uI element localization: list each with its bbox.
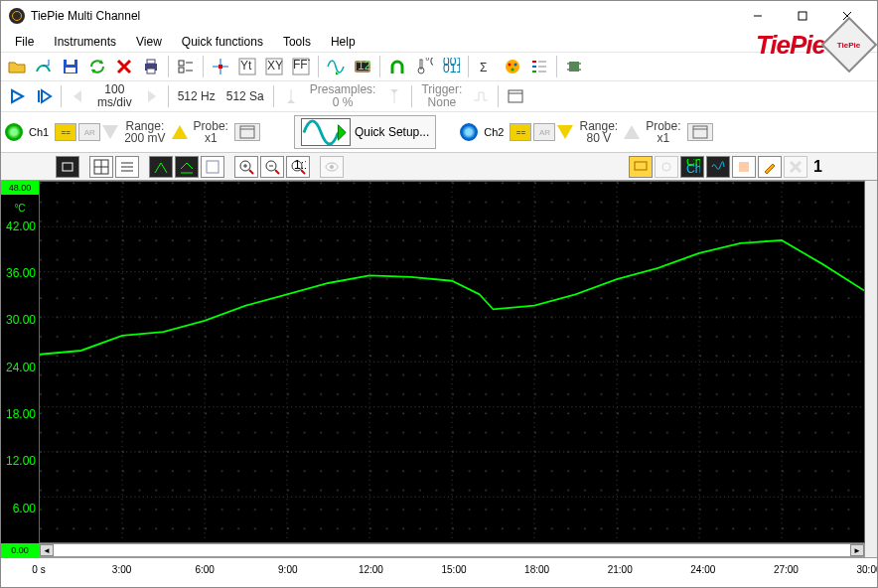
menu-tools[interactable]: Tools bbox=[275, 33, 319, 51]
meter-button[interactable]: 123 bbox=[351, 55, 374, 78]
color-button[interactable] bbox=[732, 156, 756, 178]
save-button[interactable] bbox=[59, 55, 82, 78]
presamples-display[interactable]: Presamples:0 % bbox=[306, 83, 380, 109]
cursor-button[interactable] bbox=[209, 55, 232, 78]
svg-rect-50 bbox=[509, 90, 522, 102]
comment-button[interactable] bbox=[629, 156, 653, 178]
trigger-display[interactable]: Trigger:None bbox=[417, 83, 466, 109]
edit-button[interactable] bbox=[758, 156, 782, 178]
graph-body: 48.00 °C 42.0036.0030.0024.0018.0012.006… bbox=[1, 181, 877, 557]
yt-graph-button[interactable]: Yt bbox=[235, 55, 259, 78]
ch2-range-down-button[interactable] bbox=[557, 125, 573, 139]
menu-view[interactable]: View bbox=[128, 33, 170, 51]
quick-setup-icon bbox=[301, 118, 351, 146]
remove-graph-button[interactable] bbox=[784, 156, 807, 178]
chip-button[interactable] bbox=[562, 55, 586, 78]
svg-rect-14 bbox=[219, 65, 222, 69]
ch1-probe-display[interactable]: Probe:x1 bbox=[190, 120, 232, 144]
svg-point-32 bbox=[506, 60, 519, 74]
scroll-track[interactable] bbox=[54, 544, 850, 556]
delete-button[interactable] bbox=[112, 55, 136, 78]
single-button[interactable] bbox=[32, 84, 56, 108]
acquisition-toolbar: 100 ms/div 512 Hz 512 Sa Presamples:0 % … bbox=[1, 81, 877, 112]
record-length-display[interactable]: 512 Sa bbox=[222, 90, 268, 103]
visibility-button[interactable] bbox=[320, 156, 344, 178]
y-tick: 12.00 bbox=[0, 454, 36, 468]
fft-button[interactable]: FFT bbox=[289, 55, 313, 78]
refresh-button[interactable] bbox=[85, 55, 109, 78]
graph-window-button[interactable] bbox=[201, 156, 224, 178]
graph-yscale-button[interactable] bbox=[149, 156, 173, 178]
ch2-autorange-button[interactable]: AR bbox=[533, 123, 555, 141]
link-button[interactable] bbox=[655, 156, 678, 178]
sample-rate-display[interactable]: 512 Hz bbox=[174, 90, 220, 103]
quick-setup-button[interactable]: Quick Setup... bbox=[294, 115, 436, 149]
svg-point-35 bbox=[512, 69, 514, 72]
y-axis: 48.00 °C 42.0036.0030.0024.0018.0012.006… bbox=[1, 181, 39, 557]
window-options-button[interactable] bbox=[504, 84, 527, 108]
timebase-faster-button[interactable] bbox=[139, 84, 163, 108]
ch2-range-up-button[interactable] bbox=[624, 125, 640, 139]
ch1-options-button[interactable] bbox=[234, 123, 260, 141]
menu-file[interactable]: File bbox=[7, 33, 42, 51]
ch1-range-display[interactable]: Range:200 mV bbox=[120, 120, 169, 144]
palette-button[interactable] bbox=[501, 55, 524, 78]
wave-display-button[interactable] bbox=[706, 156, 730, 178]
ch2-coupling-button[interactable]: == bbox=[510, 123, 531, 141]
menu-instruments[interactable]: Instruments bbox=[46, 33, 124, 51]
gain-button[interactable] bbox=[385, 55, 409, 78]
ch1-range-down-button[interactable] bbox=[102, 125, 118, 139]
trigger-edge-button[interactable] bbox=[469, 84, 493, 108]
timebase-slower-button[interactable] bbox=[67, 84, 90, 108]
ch1-range-up-button[interactable] bbox=[172, 125, 188, 139]
ch1-indicator-icon[interactable] bbox=[5, 123, 23, 141]
graph-yfit-button[interactable] bbox=[175, 156, 199, 178]
ch2-probe-display[interactable]: Probe:x1 bbox=[642, 120, 684, 144]
svg-rect-10 bbox=[179, 61, 184, 66]
ch2-range-display[interactable]: Range:80 V bbox=[575, 120, 622, 144]
graph-grid-button[interactable] bbox=[89, 156, 113, 178]
presamples-dec-button[interactable] bbox=[279, 84, 303, 108]
scroll-right-button[interactable]: ► bbox=[850, 544, 864, 556]
menu-help[interactable]: Help bbox=[323, 33, 364, 51]
zoom-in-button[interactable] bbox=[234, 156, 258, 178]
ch1-coupling-button[interactable]: == bbox=[55, 123, 76, 141]
import-button[interactable] bbox=[32, 55, 56, 78]
run-button[interactable] bbox=[5, 84, 29, 108]
scroll-left-button[interactable]: ◄ bbox=[40, 544, 54, 556]
xy-graph-button[interactable]: XY bbox=[262, 55, 286, 78]
ch2-indicator-icon[interactable] bbox=[460, 123, 478, 141]
svg-text:FFT: FFT bbox=[293, 58, 310, 72]
timebase-display[interactable]: 100 ms/div bbox=[93, 83, 136, 109]
horizontal-scrollbar[interactable]: ◄ ► bbox=[39, 543, 865, 557]
zoom-reset-button[interactable]: 1:1 bbox=[286, 156, 310, 178]
ch2-options-button[interactable] bbox=[687, 123, 713, 141]
temperature-button[interactable]: °C bbox=[412, 55, 436, 78]
sum-button[interactable]: Σ bbox=[474, 55, 498, 78]
plot-canvas[interactable] bbox=[39, 181, 865, 543]
svg-text:°C: °C bbox=[425, 58, 433, 69]
quick-setup-label: Quick Setup... bbox=[355, 125, 429, 139]
x-tick: 18:00 bbox=[524, 564, 549, 575]
y-tick: 18.00 bbox=[0, 407, 36, 421]
graph-count: 1 bbox=[813, 158, 822, 176]
x-tick: 6:00 bbox=[195, 564, 214, 575]
zoom-out-button[interactable] bbox=[260, 156, 284, 178]
ch1-label[interactable]: Ch1 bbox=[25, 126, 53, 138]
layout-button[interactable] bbox=[174, 55, 198, 78]
ch2-label[interactable]: Ch2 bbox=[480, 126, 508, 138]
binary-button[interactable]: 00110110 bbox=[439, 55, 463, 78]
open-button[interactable] bbox=[5, 55, 29, 78]
legend-button[interactable] bbox=[527, 55, 551, 78]
y-min-label: 0.00 bbox=[1, 543, 39, 557]
sine-source-button[interactable] bbox=[324, 55, 348, 78]
graph-list-button[interactable] bbox=[115, 156, 139, 178]
channels-legend-button[interactable]: Ch1Ch2 bbox=[680, 156, 704, 178]
ch1-autorange-button[interactable]: AR bbox=[78, 123, 100, 141]
presamples-inc-button[interactable] bbox=[382, 84, 406, 108]
svg-text:Yt: Yt bbox=[240, 59, 252, 73]
menu-quick[interactable]: Quick functions bbox=[174, 33, 271, 51]
brand-logo: TiePie TiePie bbox=[756, 25, 869, 65]
print-button[interactable] bbox=[139, 55, 163, 78]
graph-mode1-button[interactable] bbox=[56, 156, 79, 178]
